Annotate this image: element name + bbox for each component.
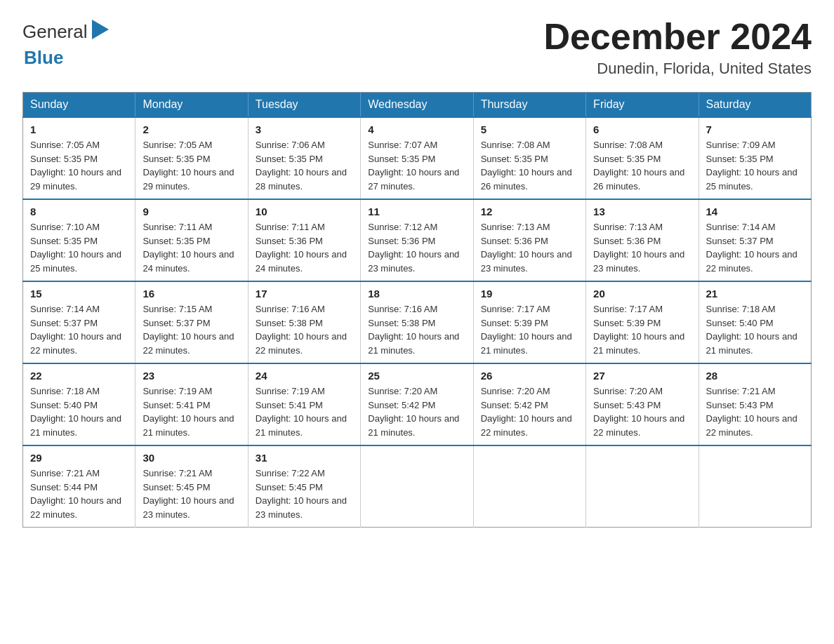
- day-info: Sunrise: 7:07 AM Sunset: 5:35 PM Dayligh…: [368, 138, 465, 193]
- calendar-cell: 24 Sunrise: 7:19 AM Sunset: 5:41 PM Dayl…: [248, 363, 360, 445]
- calendar-cell: 21 Sunrise: 7:18 AM Sunset: 5:40 PM Dayl…: [699, 281, 811, 363]
- calendar-cell: 22 Sunrise: 7:18 AM Sunset: 5:40 PM Dayl…: [23, 363, 135, 445]
- calendar-cell: [473, 445, 585, 528]
- logo-combined: General: [22, 17, 114, 47]
- calendar-week-row: 15 Sunrise: 7:14 AM Sunset: 5:37 PM Dayl…: [23, 281, 812, 363]
- day-number: 21: [706, 288, 804, 300]
- calendar-cell: 4 Sunrise: 7:07 AM Sunset: 5:35 PM Dayli…: [361, 117, 473, 199]
- day-header-row: Sunday Monday Tuesday Wednesday Thursday…: [23, 93, 812, 118]
- day-number: 4: [368, 123, 465, 135]
- day-number: 30: [143, 452, 240, 464]
- calendar-cell: 28 Sunrise: 7:21 AM Sunset: 5:43 PM Dayl…: [699, 363, 811, 445]
- header-monday: Monday: [135, 93, 248, 118]
- calendar-cell: 15 Sunrise: 7:14 AM Sunset: 5:37 PM Dayl…: [23, 281, 135, 363]
- header-saturday: Saturday: [699, 93, 811, 118]
- day-number: 28: [706, 370, 804, 382]
- calendar-cell: [586, 445, 699, 528]
- calendar-title: December 2024: [543, 17, 812, 57]
- day-info: Sunrise: 7:15 AM Sunset: 5:37 PM Dayligh…: [143, 302, 240, 357]
- day-number: 23: [143, 370, 240, 382]
- day-number: 8: [30, 206, 128, 217]
- calendar-cell: 13 Sunrise: 7:13 AM Sunset: 5:36 PM Dayl…: [586, 199, 699, 281]
- day-number: 19: [481, 288, 578, 300]
- title-area: December 2024 Dunedin, Florida, United S…: [543, 17, 812, 78]
- calendar-week-row: 29 Sunrise: 7:21 AM Sunset: 5:44 PM Dayl…: [23, 445, 812, 528]
- day-info: Sunrise: 7:20 AM Sunset: 5:42 PM Dayligh…: [368, 384, 465, 439]
- day-info: Sunrise: 7:20 AM Sunset: 5:43 PM Dayligh…: [593, 384, 691, 439]
- calendar-cell: 12 Sunrise: 7:13 AM Sunset: 5:36 PM Dayl…: [473, 199, 585, 281]
- day-info: Sunrise: 7:18 AM Sunset: 5:40 PM Dayligh…: [30, 384, 128, 439]
- day-info: Sunrise: 7:21 AM Sunset: 5:45 PM Dayligh…: [143, 467, 240, 521]
- day-info: Sunrise: 7:06 AM Sunset: 5:35 PM Dayligh…: [256, 138, 353, 193]
- day-number: 6: [593, 123, 691, 135]
- logo-general-text: General: [22, 21, 88, 43]
- header-friday: Friday: [586, 93, 699, 118]
- day-info: Sunrise: 7:12 AM Sunset: 5:36 PM Dayligh…: [368, 220, 465, 275]
- calendar-cell: 19 Sunrise: 7:17 AM Sunset: 5:39 PM Dayl…: [473, 281, 585, 363]
- day-info: Sunrise: 7:14 AM Sunset: 5:37 PM Dayligh…: [706, 220, 804, 275]
- calendar-cell: 25 Sunrise: 7:20 AM Sunset: 5:42 PM Dayl…: [361, 363, 473, 445]
- day-number: 24: [256, 370, 353, 382]
- calendar-cell: 20 Sunrise: 7:17 AM Sunset: 5:39 PM Dayl…: [586, 281, 699, 363]
- day-info: Sunrise: 7:05 AM Sunset: 5:35 PM Dayligh…: [30, 138, 128, 193]
- day-number: 22: [30, 370, 128, 382]
- day-number: 14: [706, 206, 804, 217]
- day-info: Sunrise: 7:05 AM Sunset: 5:35 PM Dayligh…: [143, 138, 240, 193]
- calendar-cell: 6 Sunrise: 7:08 AM Sunset: 5:35 PM Dayli…: [586, 117, 699, 199]
- day-info: Sunrise: 7:13 AM Sunset: 5:36 PM Dayligh…: [593, 220, 691, 275]
- day-number: 2: [143, 123, 240, 135]
- calendar-cell: 10 Sunrise: 7:11 AM Sunset: 5:36 PM Dayl…: [248, 199, 360, 281]
- day-number: 25: [368, 370, 465, 382]
- calendar-cell: 30 Sunrise: 7:21 AM Sunset: 5:45 PM Dayl…: [135, 445, 248, 528]
- calendar-cell: 31 Sunrise: 7:22 AM Sunset: 5:45 PM Dayl…: [248, 445, 360, 528]
- calendar-cell: 11 Sunrise: 7:12 AM Sunset: 5:36 PM Dayl…: [361, 199, 473, 281]
- day-info: Sunrise: 7:16 AM Sunset: 5:38 PM Dayligh…: [256, 302, 353, 357]
- calendar-week-row: 1 Sunrise: 7:05 AM Sunset: 5:35 PM Dayli…: [23, 117, 812, 199]
- day-info: Sunrise: 7:16 AM Sunset: 5:38 PM Dayligh…: [368, 302, 465, 357]
- day-info: Sunrise: 7:20 AM Sunset: 5:42 PM Dayligh…: [481, 384, 578, 439]
- page-header: General Blue December 2024 Dunedin, Flor…: [22, 17, 812, 78]
- day-info: Sunrise: 7:09 AM Sunset: 5:35 PM Dayligh…: [706, 138, 804, 193]
- day-number: 17: [256, 288, 353, 300]
- day-info: Sunrise: 7:18 AM Sunset: 5:40 PM Dayligh…: [706, 302, 804, 357]
- header-wednesday: Wednesday: [361, 93, 473, 118]
- day-number: 16: [143, 288, 240, 300]
- day-info: Sunrise: 7:14 AM Sunset: 5:37 PM Dayligh…: [30, 302, 128, 357]
- day-info: Sunrise: 7:13 AM Sunset: 5:36 PM Dayligh…: [481, 220, 578, 275]
- day-number: 31: [256, 452, 353, 464]
- calendar-cell: 2 Sunrise: 7:05 AM Sunset: 5:35 PM Dayli…: [135, 117, 248, 199]
- day-info: Sunrise: 7:19 AM Sunset: 5:41 PM Dayligh…: [256, 384, 353, 439]
- calendar-cell: 1 Sunrise: 7:05 AM Sunset: 5:35 PM Dayli…: [23, 117, 135, 199]
- day-number: 7: [706, 123, 804, 135]
- day-number: 15: [30, 288, 128, 300]
- day-info: Sunrise: 7:11 AM Sunset: 5:36 PM Dayligh…: [256, 220, 353, 275]
- calendar-subtitle: Dunedin, Florida, United States: [543, 60, 812, 78]
- day-info: Sunrise: 7:10 AM Sunset: 5:35 PM Dayligh…: [30, 220, 128, 275]
- day-info: Sunrise: 7:21 AM Sunset: 5:43 PM Dayligh…: [706, 384, 804, 439]
- calendar-cell: 14 Sunrise: 7:14 AM Sunset: 5:37 PM Dayl…: [699, 199, 811, 281]
- calendar-cell: 9 Sunrise: 7:11 AM Sunset: 5:35 PM Dayli…: [135, 199, 248, 281]
- logo-arrow-icon: [89, 17, 114, 42]
- day-number: 13: [593, 206, 691, 217]
- day-number: 26: [481, 370, 578, 382]
- day-info: Sunrise: 7:22 AM Sunset: 5:45 PM Dayligh…: [256, 467, 353, 521]
- calendar-week-row: 8 Sunrise: 7:10 AM Sunset: 5:35 PM Dayli…: [23, 199, 812, 281]
- day-info: Sunrise: 7:21 AM Sunset: 5:44 PM Dayligh…: [30, 467, 128, 521]
- day-info: Sunrise: 7:08 AM Sunset: 5:35 PM Dayligh…: [593, 138, 691, 193]
- calendar-cell: 16 Sunrise: 7:15 AM Sunset: 5:37 PM Dayl…: [135, 281, 248, 363]
- calendar-cell: [361, 445, 473, 528]
- calendar-cell: 18 Sunrise: 7:16 AM Sunset: 5:38 PM Dayl…: [361, 281, 473, 363]
- calendar-cell: 7 Sunrise: 7:09 AM Sunset: 5:35 PM Dayli…: [699, 117, 811, 199]
- day-number: 5: [481, 123, 578, 135]
- day-number: 29: [30, 452, 128, 464]
- day-number: 18: [368, 288, 465, 300]
- logo: General Blue: [22, 17, 114, 69]
- day-number: 9: [143, 206, 240, 217]
- calendar-cell: 5 Sunrise: 7:08 AM Sunset: 5:35 PM Dayli…: [473, 117, 585, 199]
- logo-blue-text: Blue: [24, 47, 63, 68]
- calendar-cell: 27 Sunrise: 7:20 AM Sunset: 5:43 PM Dayl…: [586, 363, 699, 445]
- day-info: Sunrise: 7:11 AM Sunset: 5:35 PM Dayligh…: [143, 220, 240, 275]
- calendar-table: Sunday Monday Tuesday Wednesday Thursday…: [22, 92, 812, 528]
- header-sunday: Sunday: [23, 93, 135, 118]
- calendar-cell: 26 Sunrise: 7:20 AM Sunset: 5:42 PM Dayl…: [473, 363, 585, 445]
